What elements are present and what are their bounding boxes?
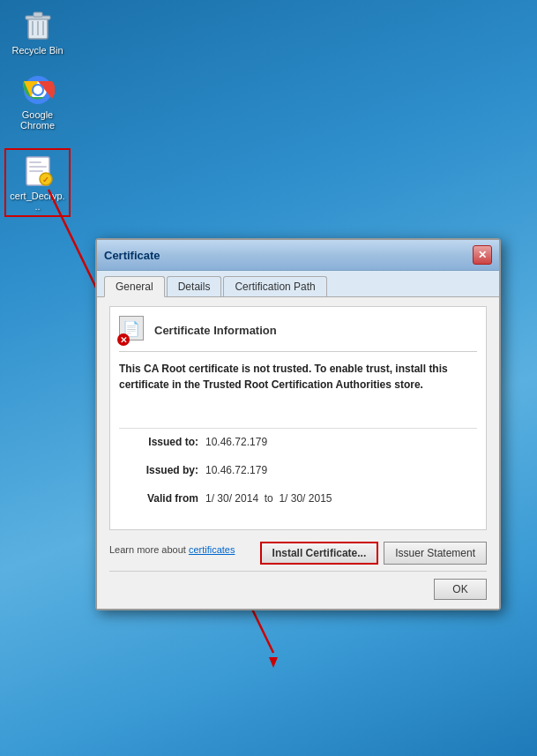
cert-status-icon: 📄 ✕ xyxy=(119,316,147,344)
svg-rect-13 xyxy=(29,170,43,172)
svg-text:✓: ✓ xyxy=(42,176,49,184)
cert-file-icon[interactable]: ✓ cert_Decryp... xyxy=(4,148,71,217)
cert-file-label: cert_Decryp... xyxy=(10,191,65,212)
cert-info-header: 📄 ✕ Certificate Information xyxy=(119,316,477,352)
dialog-titlebar: Certificate ✕ xyxy=(97,240,499,271)
svg-rect-2 xyxy=(34,12,42,17)
cert-info-title: Certificate Information xyxy=(154,324,277,337)
certificate-dialog: Certificate ✕ General Details Certificat… xyxy=(95,238,501,610)
cert-info-box: 📄 ✕ Certificate Information This CA Root… xyxy=(109,306,487,530)
valid-to-value: 1/ 30/ 2015 xyxy=(279,492,332,505)
recycle-bin-label: Recycle Bin xyxy=(11,45,63,56)
valid-from-label: Valid from xyxy=(119,492,198,505)
dialog-content: 📄 ✕ Certificate Information This CA Root… xyxy=(97,297,499,609)
cert-details: Issued to: 10.46.72.179 Issued by: 10.46… xyxy=(119,428,477,505)
svg-marker-17 xyxy=(269,657,278,668)
valid-from-value: 1/ 30/ 2014 to 1/ 30/ 2015 xyxy=(205,492,332,505)
cert-warning-text: This CA Root certificate is not trusted.… xyxy=(119,361,477,393)
chrome-label: Google Chrome xyxy=(8,109,67,131)
svg-rect-11 xyxy=(29,161,41,163)
recycle-bin-icon[interactable]: Recycle Bin xyxy=(4,4,71,59)
learn-more-text: Learn more about certificates xyxy=(109,541,235,558)
dialog-title: Certificate xyxy=(104,249,160,262)
svg-rect-12 xyxy=(29,166,47,168)
issuer-statement-button[interactable]: Issuer Statement xyxy=(384,542,487,565)
issued-by-row: Issued by: 10.46.72.179 xyxy=(119,464,477,476)
cert-error-badge: ✕ xyxy=(117,333,130,346)
action-buttons: Install Certificate... Issuer Statement xyxy=(260,542,487,565)
recycle-bin-image xyxy=(20,8,56,43)
install-certificate-button[interactable]: Install Certificate... xyxy=(260,542,379,565)
issued-by-value: 10.46.72.179 xyxy=(205,464,267,476)
tab-general[interactable]: General xyxy=(104,276,165,297)
issued-to-label: Issued to: xyxy=(119,436,198,448)
google-chrome-icon[interactable]: Google Chrome xyxy=(4,69,71,134)
ok-button[interactable]: OK xyxy=(434,579,487,600)
issued-to-row: Issued to: 10.46.72.179 xyxy=(119,436,477,448)
certificates-link[interactable]: certificates xyxy=(189,544,235,555)
issued-to-value: 10.46.72.179 xyxy=(205,436,267,448)
close-button[interactable]: ✕ xyxy=(473,245,492,265)
valid-from-row: Valid from 1/ 30/ 2014 to 1/ 30/ 2015 xyxy=(119,492,477,505)
tab-details[interactable]: Details xyxy=(167,276,222,296)
tab-certification-path[interactable]: Certification Path xyxy=(223,276,326,296)
tab-bar: General Details Certification Path xyxy=(97,271,499,297)
issued-by-label: Issued by: xyxy=(119,464,198,476)
chrome-image xyxy=(20,72,56,108)
svg-point-9 xyxy=(34,86,42,94)
cert-file-image: ✓ xyxy=(20,153,56,189)
valid-to-connector: to xyxy=(265,492,273,505)
